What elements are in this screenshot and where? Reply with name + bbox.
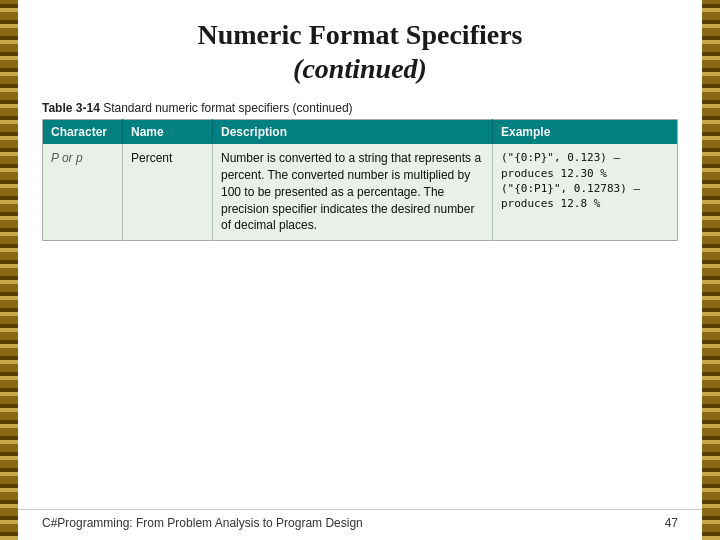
col-header-description: Description [213,120,493,145]
col-header-example: Example [493,120,678,145]
cell-example: ("{0:P}", 0.123) – produces 12.30 % ("{0… [493,144,678,240]
cell-description: Number is converted to a string that rep… [213,144,493,240]
table-body: P or p Percent Number is converted to a … [43,144,678,240]
footer-left: C#Programming: From Problem Analysis to … [42,516,363,530]
right-decorative-border [702,0,720,540]
col-header-character: Character [43,120,123,145]
cell-character: P or p [43,144,123,240]
footer-right: 47 [665,516,678,530]
table-header: Character Name Description Example [43,120,678,145]
data-table: Character Name Description Example P or … [42,119,678,241]
col-header-name: Name [123,120,213,145]
title-paren-close: ) [418,53,427,84]
table-caption-bold: Table 3-14 [42,101,100,115]
cell-name: Percent [123,144,213,240]
left-decorative-border [0,0,18,540]
title-line2: continued [302,53,417,84]
table-header-row: Character Name Description Example [43,120,678,145]
slide-title: Numeric Format Specifiers (continued) [42,18,678,85]
table-row: P or p Percent Number is converted to a … [43,144,678,240]
table-caption-text: Standard numeric format specifiers (cont… [100,101,353,115]
title-line1: Numeric Format Specifiers [198,19,523,50]
slide-footer: C#Programming: From Problem Analysis to … [18,509,702,530]
slide-content: Numeric Format Specifiers (continued) Ta… [18,0,702,540]
table-caption: Table 3-14 Standard numeric format speci… [42,101,678,115]
